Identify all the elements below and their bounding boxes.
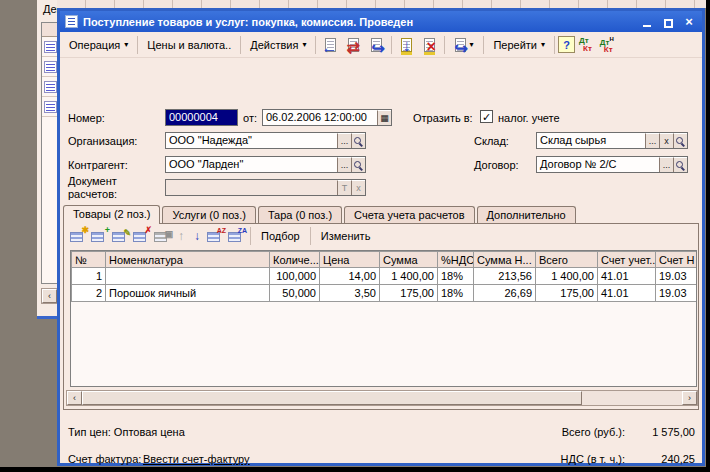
close-button[interactable]: × [681,15,697,29]
warehouse-open-button[interactable] [673,133,687,148]
organization-value: ООО "Надежда" [166,133,337,148]
clear-x-icon: x [664,136,669,146]
warehouse-clear-button[interactable]: x [659,133,673,148]
tab-goods[interactable]: Товары (2 поз.) [63,205,160,224]
delete-row-button[interactable]: ✗ [131,228,150,245]
cell[interactable]: 213,56 [474,268,536,285]
show-tax-postings-button[interactable]: ДтН Кт [596,35,618,55]
cancel-posting-button[interactable]: × [418,35,441,55]
minimize-button[interactable] [639,15,655,29]
tab-settlement-accounts[interactable]: Счета учета расчетов [344,206,474,224]
edit-row-button[interactable]: ✎ [110,228,129,245]
copy-row-button[interactable]: + [89,228,108,245]
scroll-left-icon[interactable]: ‹ [42,289,57,303]
cell[interactable]: 2 [72,285,106,302]
sort-descending-button[interactable]: ZA [226,228,245,245]
cell-selected[interactable]: Мука пшеничная [106,268,270,285]
operation-menu-button[interactable]: Операция ▾ [63,36,134,54]
post-arrow-icon: ↓ [402,37,410,55]
cell[interactable]: 19.03 [656,285,697,302]
table-horizontal-scrollbar[interactable]: ‹ › [66,390,698,406]
toolbar-separator [137,36,138,54]
contractor-input[interactable]: ООО "Ларден" ... [165,156,366,173]
chevron-down-icon: ▾ [469,40,473,49]
settlement-doc-text-button[interactable]: T [337,180,351,195]
move-down-button[interactable]: ↓ [189,228,205,245]
cell[interactable]: 50,000 [270,285,320,302]
cell[interactable]: 1 400,00 [380,268,438,285]
cell[interactable]: 1 400,00 [536,268,598,285]
cell[interactable]: 18% [438,268,474,285]
finish-edit-button[interactable]: ▣ [152,228,171,245]
contract-open-button[interactable] [673,157,687,172]
number-value: 00000004 [166,110,237,125]
cell[interactable]: 26,69 [474,285,536,302]
show-postings-button[interactable]: Дт Кт [575,37,596,53]
scrollbar-thumb[interactable] [82,391,582,405]
post-document-button[interactable]: ↓ [395,35,418,55]
titlebar[interactable]: Поступление товаров и услуг: покупка, ко… [60,11,702,32]
scroll-right-icon[interactable]: › [682,391,697,405]
cell[interactable]: 1 [72,268,106,285]
goto-menu-button[interactable]: Перейти ▾ [487,36,551,54]
settlement-doc-input[interactable]: T x [165,179,366,196]
scroll-left-icon[interactable]: ‹ [67,391,82,405]
scrollbar-track[interactable] [582,391,682,405]
cell[interactable]: 18% [438,285,474,302]
warehouse-input[interactable]: Склад сырья ... x [536,132,688,149]
add-row-button[interactable]: ✱ [68,228,87,245]
cell[interactable]: 19.03 [656,268,697,285]
maximize-button[interactable] [660,15,676,29]
copy-document-button[interactable]: ↪ [365,35,388,55]
contractor-select-button[interactable]: ... [337,157,351,172]
organization-select-button[interactable]: ... [337,133,351,148]
number-input[interactable]: 00000004 [165,109,238,126]
cell[interactable]: 175,00 [380,285,438,302]
help-button[interactable]: ? [558,36,575,53]
window-title: Поступление товаров и услуг: покупка, ко… [83,16,634,28]
cell[interactable]: 175,00 [536,285,598,302]
minimize-icon [643,25,651,27]
contractor-open-button[interactable] [351,157,365,172]
sort-ascending-button[interactable]: AZ [205,228,224,245]
date-input[interactable]: 06.02.2006 12:00:00 ▦ [262,109,392,126]
column-header: %НДС [438,252,474,268]
change-button[interactable]: Изменить [314,228,378,244]
calendar-button[interactable]: ▦ [377,110,391,125]
cell[interactable]: Порошок яичный [106,285,270,302]
cell[interactable]: 41.01 [598,285,656,302]
save-ok-icon: ▣ [164,229,173,239]
magnifier-icon [354,161,363,170]
organization-input[interactable]: ООО "Надежда" ... [165,132,366,149]
cell[interactable]: 100,000 [270,268,320,285]
tax-accounting-checkbox[interactable]: ✓ [480,110,493,123]
organization-open-button[interactable] [351,133,365,148]
contract-select-button[interactable]: ... [659,157,673,172]
column-header: Сумма [380,252,438,268]
actions-menu-button[interactable]: Действия ▾ [244,36,312,54]
tab-services[interactable]: Услуги (0 поз.) [162,206,255,224]
vat-label: НДС (в т. ч.): [520,453,625,465]
pick-button[interactable]: Подбор [254,228,307,244]
close-icon: × [685,14,693,29]
warehouse-select-button[interactable]: ... [645,133,659,148]
settlement-doc-clear-button[interactable]: x [351,180,365,195]
tab-additional[interactable]: Дополнительно [477,206,576,224]
contract-input[interactable]: Договор № 2/С ... [536,156,688,173]
cell[interactable]: 3,50 [320,285,380,302]
prices-currency-button[interactable]: Цены и валюта.. [141,36,237,54]
up-arrow-icon: ↑ [178,229,184,243]
toolbar-separator [240,36,241,54]
pencil-icon: ✎ [123,228,131,238]
reread-button[interactable]: ⇄ [342,35,365,55]
cell[interactable]: 14,00 [320,268,380,285]
subordination-structure-button[interactable]: ↪ ▾ [448,35,480,55]
previous-document-button[interactable]: ← [319,35,342,55]
tab-containers[interactable]: Тара (0 поз.) [258,206,342,224]
maximize-icon [664,19,673,28]
credit-label: Кт [600,46,614,54]
move-up-button[interactable]: ↑ [173,228,189,245]
down-arrow-icon: ↓ [194,229,200,243]
cell[interactable]: 41.01 [598,268,656,285]
enter-invoice-link[interactable]: Ввести счет-фактуру [143,453,250,465]
